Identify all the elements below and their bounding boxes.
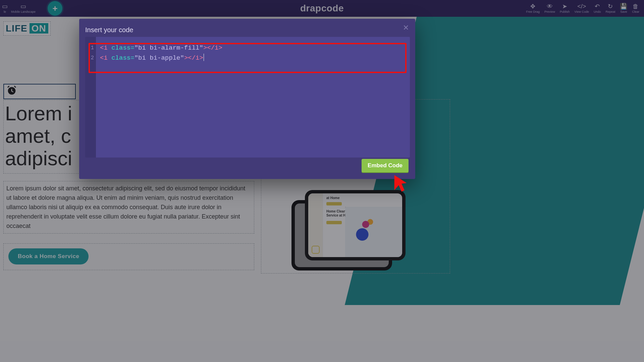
code-editor[interactable]: 1 2 <i class="bi bi-alarm-fill"></i> <i … (85, 37, 410, 158)
code-content[interactable]: <i class="bi bi-alarm-fill"></i> <i clas… (96, 37, 410, 158)
insert-code-modal: Insert your code ✕ 1 2 <i class="bi bi-a… (79, 19, 415, 179)
annotation-cursor-icon (393, 174, 408, 192)
modal-close-button[interactable]: ✕ (401, 23, 411, 33)
modal-title: Insert your code (85, 26, 133, 34)
close-icon: ✕ (403, 23, 409, 32)
line-gutter: 1 2 (85, 37, 96, 158)
embed-code-button[interactable]: Embed Code (362, 159, 409, 172)
text-caret (204, 54, 204, 61)
